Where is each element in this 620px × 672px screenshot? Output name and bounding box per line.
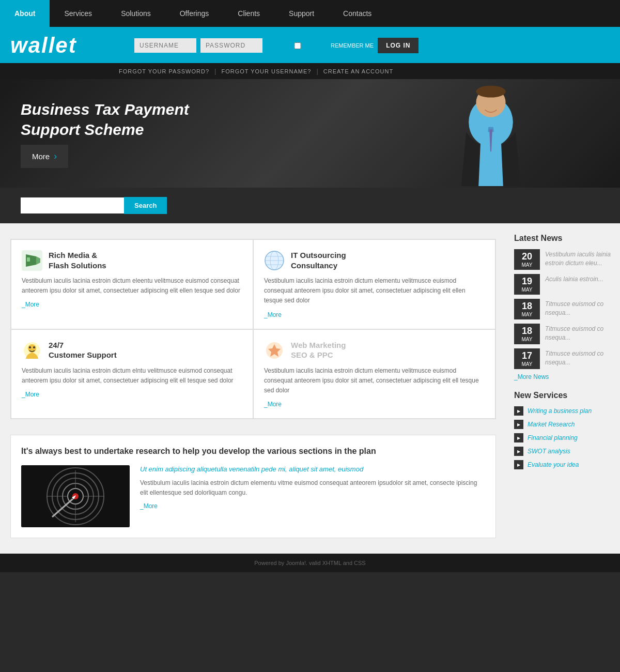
news-item-1: 19 may Aculis lainia estroin... [514, 274, 612, 295]
search-bar: Search [0, 188, 620, 223]
hero-person-image [413, 83, 568, 188]
new-services-section: New Services Writing a business plan Mar… [514, 391, 612, 469]
nav-offerings[interactable]: Offerings [165, 0, 224, 27]
nav-contacts[interactable]: Contacts [329, 0, 386, 27]
research-text: Ut enim adipiscing aliquetulla venenatil… [140, 465, 485, 527]
news-month-1: may [518, 287, 536, 293]
service-link-3: SWOT analysis [514, 447, 612, 456]
service-card-2: 24/7Customer Support Vestibulum iaculis … [11, 329, 253, 419]
news-text-3: Titmusce euismod co nsequa... [545, 324, 612, 342]
site-header: wallet REMEMBER ME LOG IN [0, 28, 620, 63]
service-body-2: Vestibulum iaculis lacinia estroin dictu… [22, 366, 242, 386]
news-date-2: 18 may [514, 299, 540, 319]
hero-title: Business Tax Payment Support Scheme [21, 99, 189, 140]
nav-support[interactable]: Support [274, 0, 329, 27]
service-link-icon-3 [514, 447, 523, 456]
news-link-3[interactable]: Titmusce euismod co nsequa... [545, 325, 603, 341]
news-month-0: may [518, 262, 536, 268]
site-logo: wallet [10, 33, 124, 58]
hero-content: Business Tax Payment Support Scheme More… [0, 84, 210, 184]
svg-point-2 [476, 86, 505, 98]
service-link-label-0[interactable]: Writing a business plan [528, 407, 592, 415]
sidebar: Latest News 20 may Vestibulum iaculis la… [506, 223, 620, 554]
footer-text: Powered by Joomla!. valid XHTML and CSS [254, 560, 365, 566]
service-link-icon-4 [514, 460, 523, 469]
research-image [21, 465, 130, 527]
nav-solutions[interactable]: Solutions [106, 0, 165, 27]
service-title-1: IT OutsourcingConsultancy [291, 250, 346, 270]
remember-me-area: REMEMBER ME [267, 42, 374, 49]
service-more-3[interactable]: _More [264, 401, 485, 408]
news-date-1: 19 may [514, 274, 540, 295]
card-header-2: 24/7Customer Support [22, 340, 242, 361]
service-card-0: Rich Media &Flash Solutions Vestibulum i… [11, 239, 253, 329]
news-month-2: may [518, 312, 536, 317]
login-area: REMEMBER ME LOG IN [134, 38, 610, 53]
media-icon [22, 250, 42, 271]
news-date-3: 18 may [514, 324, 540, 344]
nav-services[interactable]: Services [50, 0, 106, 27]
nav-clients[interactable]: Clients [223, 0, 274, 27]
news-month-4: may [518, 361, 536, 367]
news-link-2[interactable]: Titmusce euismod co nsequa... [545, 300, 603, 316]
login-button[interactable]: LOG IN [378, 38, 419, 53]
remember-label: REMEMBER ME [331, 42, 374, 49]
separator2: | [316, 67, 318, 75]
research-body-text: Vestibulum iaculis lacinia estroin dictu… [140, 478, 485, 498]
news-date-0: 20 may [514, 249, 540, 270]
svg-point-18 [33, 346, 35, 348]
hero-more-button[interactable]: More › [21, 145, 68, 168]
service-link-0: Writing a business plan [514, 406, 612, 416]
news-link-4[interactable]: Titmusce euismod co nsequa... [545, 350, 603, 366]
arrow-icon: › [54, 151, 57, 162]
service-link-label-2[interactable]: Financial planning [528, 434, 578, 441]
news-link-0[interactable]: Vestibulum iaculis lainia estroin dictum… [545, 251, 611, 267]
news-item-4: 17 may Titmusce euismod co nsequa... [514, 348, 612, 369]
news-link-1[interactable]: Aculis lainia estroin... [545, 276, 603, 283]
service-body-3: Vestibulum iaculis lacinia estroin dictu… [264, 366, 485, 396]
service-link-icon-0 [514, 406, 523, 416]
create-account-link[interactable]: CREATE AN ACCOUNT [323, 68, 393, 74]
search-input[interactable] [21, 197, 124, 213]
svg-point-17 [29, 346, 31, 348]
news-text-1: Aculis lainia estroin... [545, 274, 603, 284]
service-title-3: Web MarketingSEO & PPC [291, 340, 346, 360]
service-more-2[interactable]: _More [22, 391, 242, 398]
new-services-title: New Services [514, 391, 612, 400]
remember-checkbox[interactable] [267, 42, 329, 49]
forgot-username-link[interactable]: FORGOT YOUR USERNAME? [221, 68, 311, 74]
news-day-3: 18 [518, 326, 536, 337]
sub-links-bar: FORGOT YOUR PASSWORD? | FORGOT YOUR USER… [0, 63, 620, 79]
news-day-2: 18 [518, 301, 536, 312]
news-item-2: 18 may Titmusce euismod co nsequa... [514, 299, 612, 319]
research-section: It's always best to undertake research t… [10, 435, 496, 538]
card-header-0: Rich Media &Flash Solutions [22, 250, 242, 271]
service-link-label-3[interactable]: SWOT analysis [528, 448, 570, 455]
research-more-link[interactable]: _More [140, 502, 158, 510]
more-news-link[interactable]: _More News [514, 373, 612, 380]
services-grid: Rich Media &Flash Solutions Vestibulum i… [10, 239, 496, 419]
separator1: | [214, 67, 216, 75]
news-text-2: Titmusce euismod co nsequa... [545, 299, 612, 317]
service-link-icon-2 [514, 433, 523, 442]
main-nav: About Services Solutions Offerings Clien… [0, 0, 620, 28]
service-more-0[interactable]: _More [22, 301, 242, 308]
service-link-label-4[interactable]: Evaluate your idea [528, 461, 579, 468]
service-card-3: Web MarketingSEO & PPC Vestibulum iaculi… [253, 329, 495, 419]
research-body: Ut enim adipiscing aliquetulla venenatil… [21, 465, 485, 527]
service-card-1: IT OutsourcingConsultancy Vestibulum iac… [253, 239, 495, 329]
forgot-password-link[interactable]: FORGOT YOUR PASSWORD? [119, 68, 209, 74]
username-input[interactable] [134, 38, 196, 53]
search-button[interactable]: Search [124, 197, 167, 214]
news-day-0: 20 [518, 251, 536, 262]
service-body-1: Vestibulum iaculis lacinia estroin dictu… [264, 276, 485, 306]
research-highlight: Ut enim adipiscing aliquetulla venenatil… [140, 465, 485, 473]
service-title-0: Rich Media &Flash Solutions [49, 250, 106, 270]
service-link-1: Market Research [514, 420, 612, 429]
service-more-1[interactable]: _More [264, 311, 485, 318]
password-input[interactable] [200, 38, 262, 53]
service-link-label-1[interactable]: Market Research [528, 421, 575, 428]
hero-section: Business Tax Payment Support Scheme More… [0, 79, 620, 188]
nav-about[interactable]: About [0, 0, 50, 27]
svg-rect-8 [27, 257, 30, 262]
